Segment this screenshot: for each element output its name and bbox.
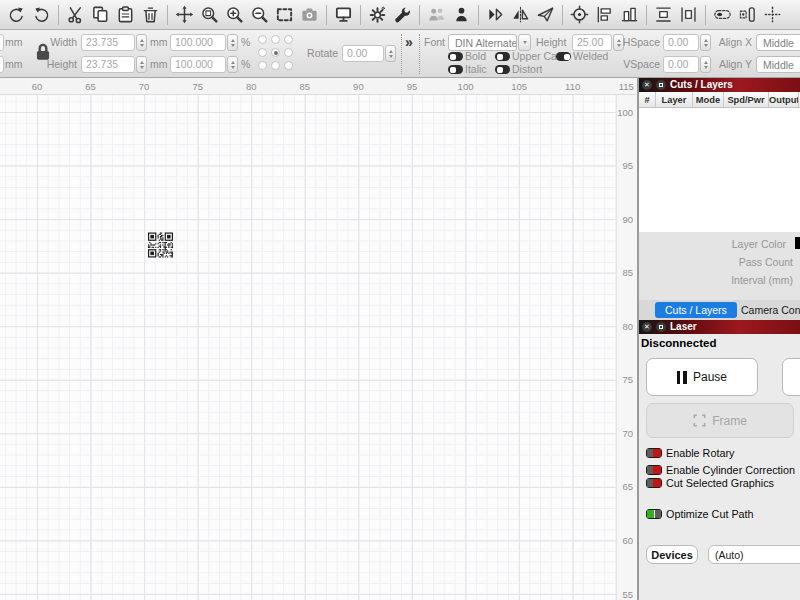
show-origin-icon[interactable] <box>567 2 592 28</box>
height-unit-label: mm <box>150 56 168 73</box>
height-percent-input[interactable]: 100.000 <box>170 56 226 73</box>
panel-tabs: Cuts / Layers Camera Control <box>639 300 800 320</box>
y-position-field[interactable] <box>0 56 4 73</box>
flip-horizontal-icon[interactable] <box>483 2 508 28</box>
column-header[interactable]: Mode <box>693 92 724 108</box>
delete-icon[interactable] <box>138 2 163 28</box>
devices-button[interactable]: Devices <box>646 545 698 564</box>
toggle-enable-rotary[interactable]: Enable Rotary <box>646 447 734 459</box>
width-input[interactable]: 23.735 <box>81 34 135 51</box>
toggle-label: Enable Cylinder Correction <box>666 464 795 476</box>
x-unit-label: mm <box>5 34 23 51</box>
vspace-spinner[interactable] <box>700 56 711 73</box>
height-percent-spinner[interactable] <box>227 56 238 73</box>
anchor-point-grid[interactable] <box>258 35 293 70</box>
align-vertical-icon[interactable] <box>617 2 642 28</box>
device-select[interactable]: (Auto) <box>708 545 800 564</box>
toggle-enable-cylinder-correction[interactable]: Enable Cylinder Correction <box>646 464 795 476</box>
redo-icon[interactable] <box>29 2 54 28</box>
cut-icon[interactable] <box>63 2 88 28</box>
align-x-select[interactable]: Middle <box>756 34 800 51</box>
undock-icon[interactable] <box>656 322 666 332</box>
connection-status: Disconnected <box>641 337 716 349</box>
qr-object[interactable] <box>148 232 173 258</box>
settings-icon[interactable] <box>365 2 390 28</box>
font-select[interactable]: DIN Alternate <box>448 34 517 51</box>
undo-icon[interactable] <box>4 2 29 28</box>
rotate-label: Rotate <box>300 45 338 62</box>
width-percent-spinner[interactable] <box>227 34 238 51</box>
toggle-switch-icon[interactable] <box>646 448 662 458</box>
close-icon[interactable]: ✕ <box>642 322 652 332</box>
width-label: Width <box>44 34 77 51</box>
column-header[interactable]: Layer <box>656 92 693 108</box>
toggle-optimize-cut-path[interactable]: Optimize Cut Path <box>646 508 754 520</box>
column-header[interactable]: Spd/Pwr <box>724 92 769 108</box>
font-height-input[interactable]: 25.00 <box>572 34 612 51</box>
copy-icon[interactable] <box>88 2 113 28</box>
frame-button[interactable]: Frame <box>646 403 794 438</box>
close-icon[interactable]: ✕ <box>642 80 652 90</box>
height-input[interactable]: 23.735 <box>81 56 135 73</box>
height-spinner[interactable] <box>136 56 147 73</box>
tab-cuts-layers[interactable]: Cuts / Layers <box>655 302 737 318</box>
v-ruler-label: 55 <box>622 589 633 600</box>
toggle-switch-icon[interactable] <box>646 509 662 519</box>
stop-button[interactable] <box>782 358 800 396</box>
x-position-field[interactable] <box>0 34 4 51</box>
column-header[interactable]: # <box>639 92 656 108</box>
toggle-cut-selected-graphics[interactable]: Cut Selected Graphics <box>646 477 774 489</box>
hspace-input[interactable]: 0.00 <box>663 34 699 51</box>
rotate-spinner[interactable] <box>385 45 396 62</box>
undock-icon[interactable] <box>656 80 666 90</box>
cuts-panel-title: Cuts / Layers <box>670 78 733 92</box>
toggle-switch-icon[interactable] <box>646 478 662 488</box>
pan-icon[interactable] <box>172 2 197 28</box>
width-percent-input[interactable]: 100.000 <box>170 34 226 51</box>
height-label: Height <box>44 56 77 73</box>
cuts-layer-list[interactable] <box>639 108 800 232</box>
align-horizontal-icon[interactable] <box>592 2 617 28</box>
move-to-position-icon[interactable] <box>735 2 760 28</box>
font-dropdown-button[interactable] <box>518 34 531 51</box>
mirror-across-line-icon[interactable] <box>508 2 533 28</box>
v-ruler: 100959085807570656055 <box>616 95 637 600</box>
layer-color-swatch[interactable] <box>795 237 800 249</box>
distribute-vertical-icon[interactable] <box>676 2 701 28</box>
h-ruler-label: 80 <box>246 81 257 92</box>
frame-selection-icon[interactable] <box>272 2 297 28</box>
expand-toolbar-chevron[interactable]: » <box>405 34 413 50</box>
bold-toggle[interactable] <box>448 52 463 61</box>
hspace-spinner[interactable] <box>700 34 711 51</box>
pause-button[interactable]: Pause <box>646 358 758 396</box>
width-spinner[interactable] <box>136 34 147 51</box>
tab-camera-control[interactable]: Camera Control <box>741 302 800 318</box>
zoom-to-page-icon[interactable] <box>197 2 222 28</box>
h-ruler-label: 75 <box>192 81 203 92</box>
camera-capture-icon[interactable] <box>297 2 322 28</box>
distort-toggle[interactable] <box>495 65 510 74</box>
move-selection-icon[interactable] <box>710 2 735 28</box>
rotate-input[interactable]: 0.00 <box>342 45 384 62</box>
user-icon[interactable] <box>449 2 474 28</box>
device-settings-icon[interactable] <box>390 2 415 28</box>
paste-icon[interactable] <box>113 2 138 28</box>
toggle-switch-icon[interactable] <box>646 465 662 475</box>
distribute-horizontal-icon[interactable] <box>651 2 676 28</box>
multi-user-icon[interactable] <box>424 2 449 28</box>
column-header[interactable]: Output <box>769 92 799 108</box>
zoom-in-icon[interactable] <box>222 2 247 28</box>
upper-case-toggle[interactable] <box>495 52 510 61</box>
toolbar-separator <box>419 5 420 25</box>
welded-toggle[interactable] <box>556 52 571 61</box>
v-ruler-label: 100 <box>617 107 633 118</box>
align-y-select[interactable]: Middle <box>756 56 800 73</box>
italic-toggle[interactable] <box>448 65 463 74</box>
vspace-input[interactable]: 0.00 <box>663 56 699 73</box>
zoom-out-icon[interactable] <box>247 2 272 28</box>
preview-icon[interactable] <box>331 2 356 28</box>
toolbar-separator <box>360 5 361 25</box>
workspace-canvas[interactable]: 100959085807570656055 <box>0 95 637 600</box>
send-to-laser-icon[interactable] <box>533 2 558 28</box>
click-to-position-icon[interactable] <box>760 2 785 28</box>
